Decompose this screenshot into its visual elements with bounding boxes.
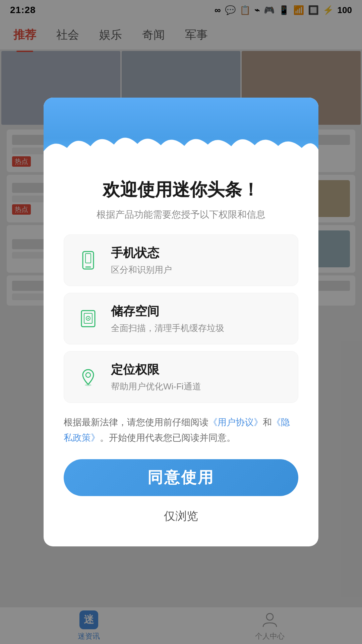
permission-phone-desc: 区分和识别用户 <box>111 264 286 276</box>
legal-text-and: 和 <box>263 417 272 427</box>
modal-header <box>44 98 318 165</box>
browse-only-button[interactable]: 仅浏览 <box>64 506 298 526</box>
modal-body: 欢迎使用迷你头条！ 根据产品功能需要您授予以下权限和信息 手机状态 区分和识别用… <box>44 165 318 546</box>
legal-text-after: 。开始使用代表您已阅读并同意。 <box>100 433 236 443</box>
svg-point-7 <box>87 318 89 319</box>
permission-storage-text: 储存空间 全面扫描，清理手机缓存垃圾 <box>111 303 286 334</box>
permission-storage-desc: 全面扫描，清理手机缓存垃圾 <box>111 322 286 334</box>
permission-phone-text: 手机状态 区分和识别用户 <box>111 245 286 276</box>
svg-rect-3 <box>85 254 91 263</box>
permission-location-name: 定位权限 <box>111 362 286 378</box>
permission-phone-status: 手机状态 区分和识别用户 <box>64 234 298 286</box>
svg-rect-1 <box>83 252 94 269</box>
modal-subtitle: 根据产品功能需要您授予以下权限和信息 <box>64 208 298 221</box>
modal-title: 欢迎使用迷你头条！ <box>64 178 298 202</box>
phone-status-icon <box>76 248 100 272</box>
permission-modal: 欢迎使用迷你头条！ 根据产品功能需要您授予以下权限和信息 手机状态 区分和识别用… <box>44 98 318 546</box>
permission-storage: 储存空间 全面扫描，清理手机缓存垃圾 <box>64 293 298 344</box>
modal-clouds <box>44 131 318 165</box>
permission-phone-name: 手机状态 <box>111 245 286 261</box>
user-agreement-link[interactable]: 《用户协议》 <box>208 417 263 427</box>
legal-text: 根据最新法律，请您使用前仔细阅读《用户协议》和《隐私政策》。开始使用代表您已阅读… <box>64 415 298 446</box>
svg-point-9 <box>85 384 92 386</box>
svg-point-8 <box>86 373 90 377</box>
location-icon <box>76 365 100 389</box>
permission-location-text: 定位权限 帮助用户优化Wi-Fi通道 <box>111 362 286 392</box>
storage-icon <box>76 307 100 331</box>
legal-text-before: 根据最新法律，请您使用前仔细阅读 <box>64 417 208 427</box>
permission-storage-name: 储存空间 <box>111 303 286 320</box>
agree-button[interactable]: 同意使用 <box>64 459 298 496</box>
permission-location: 定位权限 帮助用户优化Wi-Fi通道 <box>64 351 298 403</box>
modal-overlay: 欢迎使用迷你头条！ 根据产品功能需要您授予以下权限和信息 手机状态 区分和识别用… <box>0 0 362 644</box>
permission-location-desc: 帮助用户优化Wi-Fi通道 <box>111 381 286 392</box>
